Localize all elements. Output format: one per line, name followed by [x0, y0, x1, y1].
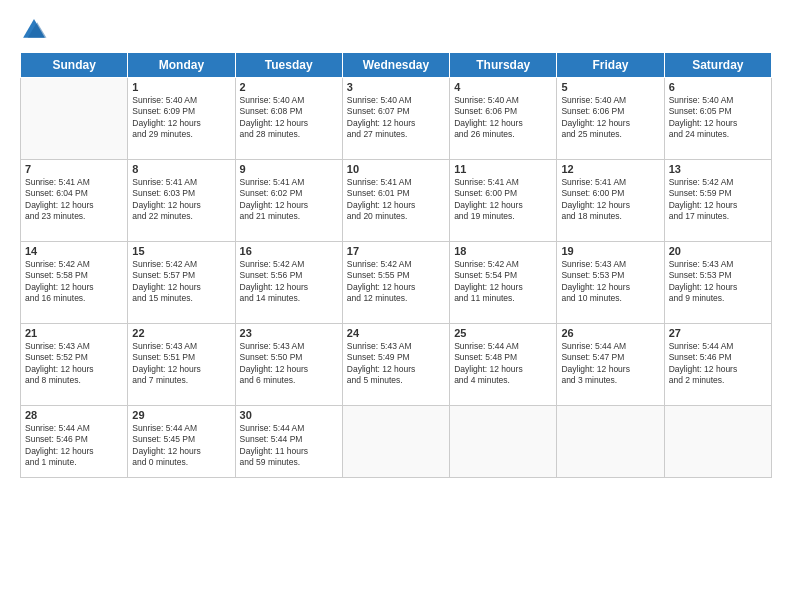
day-number: 19 — [561, 245, 659, 257]
cell-daylight-info: Sunrise: 5:42 AM Sunset: 5:56 PM Dayligh… — [240, 259, 338, 305]
cell-daylight-info: Sunrise: 5:43 AM Sunset: 5:51 PM Dayligh… — [132, 341, 230, 387]
calendar-cell: 13Sunrise: 5:42 AM Sunset: 5:59 PM Dayli… — [664, 160, 771, 242]
calendar-cell: 22Sunrise: 5:43 AM Sunset: 5:51 PM Dayli… — [128, 324, 235, 406]
day-number: 3 — [347, 81, 445, 93]
calendar-cell: 27Sunrise: 5:44 AM Sunset: 5:46 PM Dayli… — [664, 324, 771, 406]
header — [20, 16, 772, 44]
day-number: 25 — [454, 327, 552, 339]
calendar-cell: 11Sunrise: 5:41 AM Sunset: 6:00 PM Dayli… — [450, 160, 557, 242]
cell-daylight-info: Sunrise: 5:40 AM Sunset: 6:07 PM Dayligh… — [347, 95, 445, 141]
day-number: 22 — [132, 327, 230, 339]
day-number: 24 — [347, 327, 445, 339]
cell-daylight-info: Sunrise: 5:44 AM Sunset: 5:46 PM Dayligh… — [669, 341, 767, 387]
cell-daylight-info: Sunrise: 5:42 AM Sunset: 5:54 PM Dayligh… — [454, 259, 552, 305]
calendar-cell: 5Sunrise: 5:40 AM Sunset: 6:06 PM Daylig… — [557, 78, 664, 160]
calendar-cell — [342, 406, 449, 478]
cell-daylight-info: Sunrise: 5:42 AM Sunset: 5:55 PM Dayligh… — [347, 259, 445, 305]
column-header-friday: Friday — [557, 53, 664, 78]
calendar-cell: 16Sunrise: 5:42 AM Sunset: 5:56 PM Dayli… — [235, 242, 342, 324]
calendar-cell: 8Sunrise: 5:41 AM Sunset: 6:03 PM Daylig… — [128, 160, 235, 242]
cell-daylight-info: Sunrise: 5:41 AM Sunset: 6:03 PM Dayligh… — [132, 177, 230, 223]
day-number: 26 — [561, 327, 659, 339]
cell-daylight-info: Sunrise: 5:40 AM Sunset: 6:09 PM Dayligh… — [132, 95, 230, 141]
day-number: 8 — [132, 163, 230, 175]
calendar-cell: 6Sunrise: 5:40 AM Sunset: 6:05 PM Daylig… — [664, 78, 771, 160]
cell-daylight-info: Sunrise: 5:44 AM Sunset: 5:46 PM Dayligh… — [25, 423, 123, 469]
cell-daylight-info: Sunrise: 5:42 AM Sunset: 5:59 PM Dayligh… — [669, 177, 767, 223]
logo-icon — [20, 16, 48, 44]
calendar-cell: 12Sunrise: 5:41 AM Sunset: 6:00 PM Dayli… — [557, 160, 664, 242]
cell-daylight-info: Sunrise: 5:44 AM Sunset: 5:44 PM Dayligh… — [240, 423, 338, 469]
week-row-1: 1Sunrise: 5:40 AM Sunset: 6:09 PM Daylig… — [21, 78, 772, 160]
cell-daylight-info: Sunrise: 5:43 AM Sunset: 5:53 PM Dayligh… — [669, 259, 767, 305]
calendar-cell: 4Sunrise: 5:40 AM Sunset: 6:06 PM Daylig… — [450, 78, 557, 160]
cell-daylight-info: Sunrise: 5:40 AM Sunset: 6:08 PM Dayligh… — [240, 95, 338, 141]
calendar-cell — [664, 406, 771, 478]
cell-daylight-info: Sunrise: 5:43 AM Sunset: 5:53 PM Dayligh… — [561, 259, 659, 305]
cell-daylight-info: Sunrise: 5:41 AM Sunset: 6:01 PM Dayligh… — [347, 177, 445, 223]
cell-daylight-info: Sunrise: 5:42 AM Sunset: 5:58 PM Dayligh… — [25, 259, 123, 305]
calendar-cell: 17Sunrise: 5:42 AM Sunset: 5:55 PM Dayli… — [342, 242, 449, 324]
day-number: 15 — [132, 245, 230, 257]
logo — [20, 16, 52, 44]
day-number: 5 — [561, 81, 659, 93]
column-header-monday: Monday — [128, 53, 235, 78]
calendar-cell: 19Sunrise: 5:43 AM Sunset: 5:53 PM Dayli… — [557, 242, 664, 324]
day-number: 7 — [25, 163, 123, 175]
day-number: 10 — [347, 163, 445, 175]
cell-daylight-info: Sunrise: 5:40 AM Sunset: 6:06 PM Dayligh… — [454, 95, 552, 141]
day-number: 18 — [454, 245, 552, 257]
day-number: 11 — [454, 163, 552, 175]
calendar-cell: 23Sunrise: 5:43 AM Sunset: 5:50 PM Dayli… — [235, 324, 342, 406]
calendar-cell: 30Sunrise: 5:44 AM Sunset: 5:44 PM Dayli… — [235, 406, 342, 478]
calendar-cell: 2Sunrise: 5:40 AM Sunset: 6:08 PM Daylig… — [235, 78, 342, 160]
week-row-3: 14Sunrise: 5:42 AM Sunset: 5:58 PM Dayli… — [21, 242, 772, 324]
cell-daylight-info: Sunrise: 5:43 AM Sunset: 5:49 PM Dayligh… — [347, 341, 445, 387]
calendar-cell: 21Sunrise: 5:43 AM Sunset: 5:52 PM Dayli… — [21, 324, 128, 406]
calendar-cell: 14Sunrise: 5:42 AM Sunset: 5:58 PM Dayli… — [21, 242, 128, 324]
cell-daylight-info: Sunrise: 5:40 AM Sunset: 6:05 PM Dayligh… — [669, 95, 767, 141]
day-number: 27 — [669, 327, 767, 339]
header-row: SundayMondayTuesdayWednesdayThursdayFrid… — [21, 53, 772, 78]
calendar-cell — [450, 406, 557, 478]
calendar-cell: 24Sunrise: 5:43 AM Sunset: 5:49 PM Dayli… — [342, 324, 449, 406]
day-number: 4 — [454, 81, 552, 93]
day-number: 29 — [132, 409, 230, 421]
column-header-sunday: Sunday — [21, 53, 128, 78]
cell-daylight-info: Sunrise: 5:41 AM Sunset: 6:00 PM Dayligh… — [454, 177, 552, 223]
week-row-5: 28Sunrise: 5:44 AM Sunset: 5:46 PM Dayli… — [21, 406, 772, 478]
day-number: 28 — [25, 409, 123, 421]
calendar-cell: 9Sunrise: 5:41 AM Sunset: 6:02 PM Daylig… — [235, 160, 342, 242]
day-number: 20 — [669, 245, 767, 257]
calendar-cell: 20Sunrise: 5:43 AM Sunset: 5:53 PM Dayli… — [664, 242, 771, 324]
calendar-cell — [557, 406, 664, 478]
calendar-cell — [21, 78, 128, 160]
page: SundayMondayTuesdayWednesdayThursdayFrid… — [0, 0, 792, 612]
day-number: 30 — [240, 409, 338, 421]
column-header-wednesday: Wednesday — [342, 53, 449, 78]
day-number: 23 — [240, 327, 338, 339]
day-number: 2 — [240, 81, 338, 93]
column-header-saturday: Saturday — [664, 53, 771, 78]
cell-daylight-info: Sunrise: 5:43 AM Sunset: 5:50 PM Dayligh… — [240, 341, 338, 387]
cell-daylight-info: Sunrise: 5:41 AM Sunset: 6:04 PM Dayligh… — [25, 177, 123, 223]
cell-daylight-info: Sunrise: 5:43 AM Sunset: 5:52 PM Dayligh… — [25, 341, 123, 387]
week-row-2: 7Sunrise: 5:41 AM Sunset: 6:04 PM Daylig… — [21, 160, 772, 242]
cell-daylight-info: Sunrise: 5:44 AM Sunset: 5:48 PM Dayligh… — [454, 341, 552, 387]
calendar-cell: 10Sunrise: 5:41 AM Sunset: 6:01 PM Dayli… — [342, 160, 449, 242]
day-number: 21 — [25, 327, 123, 339]
calendar-cell: 29Sunrise: 5:44 AM Sunset: 5:45 PM Dayli… — [128, 406, 235, 478]
day-number: 13 — [669, 163, 767, 175]
column-header-tuesday: Tuesday — [235, 53, 342, 78]
calendar-cell: 3Sunrise: 5:40 AM Sunset: 6:07 PM Daylig… — [342, 78, 449, 160]
day-number: 17 — [347, 245, 445, 257]
calendar-cell: 18Sunrise: 5:42 AM Sunset: 5:54 PM Dayli… — [450, 242, 557, 324]
calendar-cell: 1Sunrise: 5:40 AM Sunset: 6:09 PM Daylig… — [128, 78, 235, 160]
calendar-cell: 28Sunrise: 5:44 AM Sunset: 5:46 PM Dayli… — [21, 406, 128, 478]
cell-daylight-info: Sunrise: 5:42 AM Sunset: 5:57 PM Dayligh… — [132, 259, 230, 305]
column-header-thursday: Thursday — [450, 53, 557, 78]
day-number: 12 — [561, 163, 659, 175]
day-number: 6 — [669, 81, 767, 93]
cell-daylight-info: Sunrise: 5:44 AM Sunset: 5:45 PM Dayligh… — [132, 423, 230, 469]
cell-daylight-info: Sunrise: 5:44 AM Sunset: 5:47 PM Dayligh… — [561, 341, 659, 387]
